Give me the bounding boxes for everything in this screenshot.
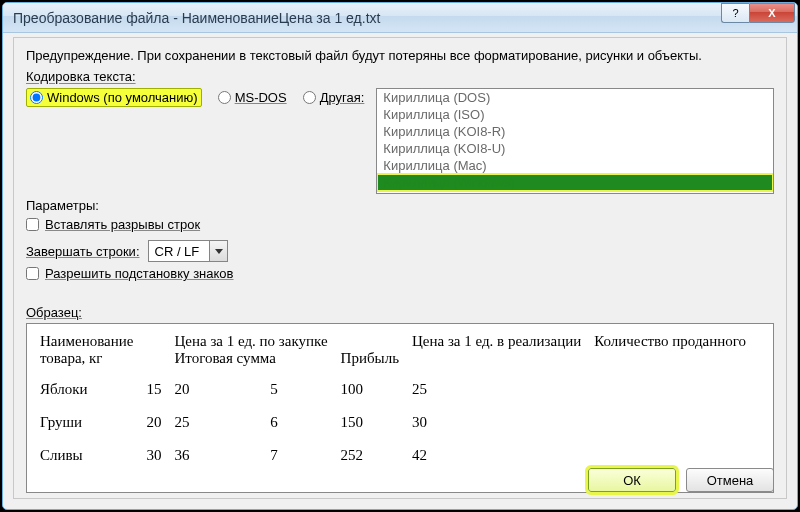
dialog-window: Преобразование файла - НаименованиеЦена … — [2, 2, 798, 510]
close-button[interactable]: X — [749, 3, 795, 23]
encoding-option[interactable]: Кириллица (KOI8-R) — [377, 123, 773, 140]
col-header: Наименованиетовара, кг — [37, 330, 143, 373]
radio-windows-label: Windows (по умолчанию) — [47, 90, 198, 105]
params-label: Параметры: — [26, 198, 774, 213]
dialog-buttons: ОК Отмена — [588, 468, 774, 492]
radio-msdos-input[interactable] — [218, 91, 231, 104]
table-row: Груши20 256 15030 — [37, 406, 756, 439]
line-ending-row: Завершать строки: CR / LF — [26, 240, 774, 262]
table-header-row: Наименованиетовара, кг Цена за 1 ед. по … — [37, 330, 756, 373]
encoding-option-selected[interactable]: Кириллица (Windows) — [377, 174, 773, 191]
sample-label: Образец: — [26, 305, 774, 320]
checkbox-insert-breaks-label: Вставлять разрывы строк — [45, 217, 200, 232]
chevron-down-icon — [215, 249, 223, 254]
encoding-option[interactable]: Кириллица (ISO) — [377, 106, 773, 123]
line-ending-value: CR / LF — [149, 244, 210, 259]
encoding-option[interactable]: Кириллица (DOS) — [377, 89, 773, 106]
radio-msdos[interactable]: MS-DOS — [218, 90, 287, 105]
radio-windows[interactable]: Windows (по умолчанию) — [26, 88, 202, 107]
encoding-label: Кодировка текста: — [26, 69, 774, 84]
encoding-option[interactable]: Кириллица (KOI8-U) — [377, 140, 773, 157]
checkbox-allow-subst-input[interactable] — [26, 267, 39, 280]
checkbox-allow-subst[interactable]: Разрешить подстановку знаков — [26, 266, 774, 281]
radio-other-label: Другая: — [320, 90, 365, 105]
warning-text: Предупреждение. При сохранении в текстов… — [26, 48, 774, 63]
dialog-content: Предупреждение. При сохранении в текстов… — [13, 37, 787, 499]
col-header: Цена за 1 ед. в реализации — [409, 330, 591, 373]
radio-other[interactable]: Другая: — [303, 90, 365, 105]
ok-button[interactable]: ОК — [588, 468, 676, 492]
col-header: Количество проданного — [591, 330, 756, 373]
sample-table: Наименованиетовара, кг Цена за 1 ед. по … — [37, 330, 756, 472]
titlebar: Преобразование файла - НаименованиеЦена … — [3, 3, 797, 33]
line-ending-label: Завершать строки: — [26, 244, 140, 259]
radio-other-input[interactable] — [303, 91, 316, 104]
checkbox-insert-breaks-input[interactable] — [26, 218, 39, 231]
window-title: Преобразование файла - НаименованиеЦена … — [13, 10, 721, 26]
cancel-button[interactable]: Отмена — [686, 468, 774, 492]
encoding-listbox[interactable]: Кириллица (DOS) Кириллица (ISO) Кириллиц… — [376, 88, 774, 194]
encoding-option[interactable]: Кириллица (Mac) — [377, 157, 773, 174]
checkbox-allow-subst-label: Разрешить подстановку знаков — [45, 266, 233, 281]
radio-msdos-label: MS-DOS — [235, 90, 287, 105]
radio-windows-input[interactable] — [30, 91, 43, 104]
table-row: Яблоки15 205 10025 — [37, 373, 756, 406]
line-ending-dropdown-button[interactable] — [209, 241, 227, 261]
col-header: Цена за 1 ед. по закупкеИтоговая сумма — [171, 330, 337, 373]
line-ending-select[interactable]: CR / LF — [148, 240, 229, 262]
encoding-radios: Windows (по умолчанию) MS-DOS Другая: — [26, 88, 364, 107]
checkbox-insert-breaks[interactable]: Вставлять разрывы строк — [26, 217, 774, 232]
col-header: Прибыль — [338, 330, 409, 373]
help-button[interactable]: ? — [721, 3, 749, 23]
window-buttons: ? X — [721, 3, 795, 32]
encoding-row: Windows (по умолчанию) MS-DOS Другая: Ки… — [26, 88, 774, 194]
